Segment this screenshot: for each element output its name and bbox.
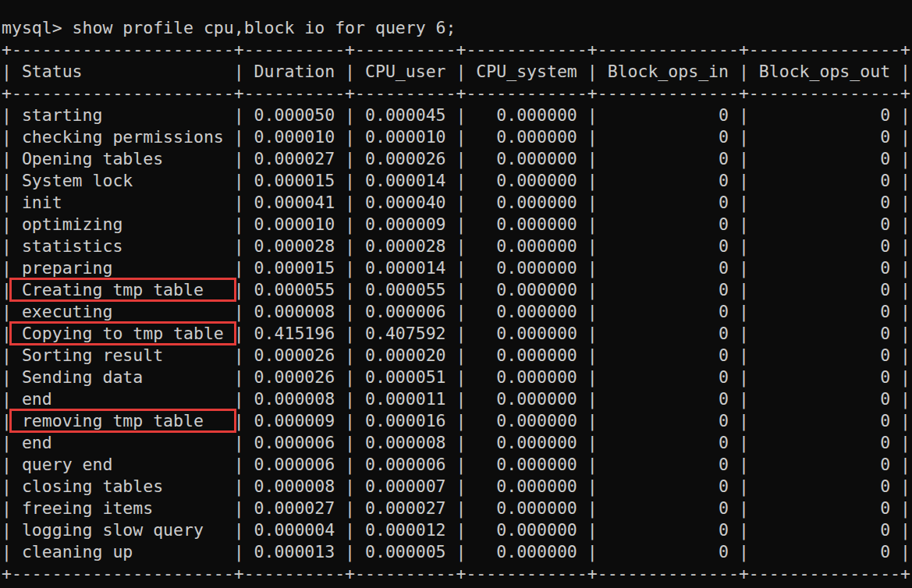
- highlight-box: removing tmp table: [12, 411, 234, 430]
- table-header-row: | Status | Duration | CPU_user | CPU_sys…: [2, 61, 912, 83]
- table-row: | preparing | 0.000015 | 0.000014 | 0.00…: [2, 257, 912, 279]
- mysql-prompt: mysql>: [2, 18, 73, 37]
- table-row: | logging slow query | 0.000004 | 0.0000…: [2, 519, 912, 541]
- prompt-line: mysql> show profile cpu,block io for que…: [2, 17, 912, 39]
- table-row: | starting | 0.000050 | 0.000045 | 0.000…: [2, 104, 912, 126]
- highlight-box: Creating tmp table: [12, 280, 234, 299]
- table-row: | Copying to tmp table | 0.415196 | 0.40…: [2, 323, 912, 345]
- table-border-header: +----------------------+----------+-----…: [2, 83, 912, 104]
- table-row: | System lock | 0.000015 | 0.000014 | 0.…: [2, 170, 912, 192]
- table-border-bottom: +----------------------+----------+-----…: [2, 563, 912, 585]
- table-row: | cleaning up | 0.000013 | 0.000005 | 0.…: [2, 541, 912, 563]
- table-border-top: +----------------------+----------+-----…: [2, 39, 912, 61]
- table-row: | Creating tmp table | 0.000055 | 0.0000…: [2, 279, 912, 301]
- table-row: | freeing items | 0.000027 | 0.000027 | …: [2, 498, 912, 519]
- table-row: | checking permissions | 0.000010 | 0.00…: [2, 126, 912, 148]
- table-row: | Sending data | 0.000026 | 0.000051 | 0…: [2, 367, 912, 388]
- table-row: | Sorting result | 0.000026 | 0.000020 |…: [2, 345, 912, 367]
- table-row: | Opening tables | 0.000027 | 0.000026 |…: [2, 148, 912, 170]
- table-row: | end | 0.000008 | 0.000011 | 0.000000 |…: [2, 388, 912, 410]
- table-row: | statistics | 0.000028 | 0.000028 | 0.0…: [2, 236, 912, 257]
- table-row: | init | 0.000041 | 0.000040 | 0.000000 …: [2, 192, 912, 214]
- table-row: | executing | 0.000008 | 0.000006 | 0.00…: [2, 301, 912, 323]
- table-row: | removing tmp table | 0.000009 | 0.0000…: [2, 410, 912, 432]
- table-row: | closing tables | 0.000008 | 0.000007 |…: [2, 476, 912, 498]
- table-row: | end | 0.000006 | 0.000008 | 0.000000 |…: [2, 432, 912, 454]
- highlight-box: Copying to tmp table: [12, 324, 234, 343]
- table-row: | query end | 0.000006 | 0.000006 | 0.00…: [2, 454, 912, 476]
- table-row: | optimizing | 0.000010 | 0.000009 | 0.0…: [2, 214, 912, 236]
- terminal-screen: mysql> show profile cpu,block io for que…: [0, 0, 912, 588]
- command-text: show profile cpu,block io for query 6;: [73, 18, 456, 37]
- mysql-output-table: +----------------------+----------+-----…: [2, 39, 912, 585]
